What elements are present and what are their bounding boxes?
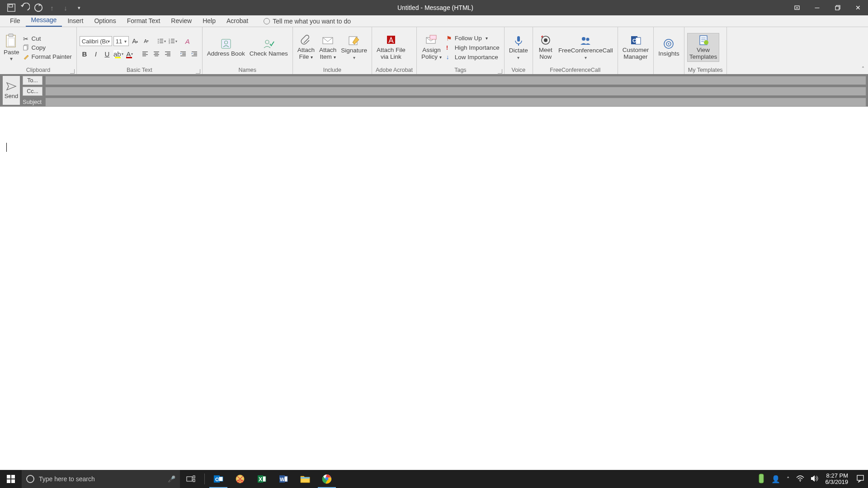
group-voice: Dictate ▾ Voice [505,27,533,74]
tab-file[interactable]: File [5,15,26,27]
microphone-icon[interactable]: 🎤 [168,475,175,483]
taskbar-search[interactable]: Type here to search 🎤 [22,470,180,488]
tab-acrobat[interactable]: Acrobat [221,15,254,27]
window-title: Untitled - Message (HTML) [84,4,787,11]
customer-manager-button[interactable]: C Customer Manager [621,33,651,61]
attach-file-button[interactable]: Attach File ▾ [296,33,316,61]
group-tags: Assign Policy ▾ ⚑Follow Up▾ !High Import… [417,27,505,74]
people-icon[interactable]: 👤 [771,475,780,483]
svg-rect-65 [11,475,15,479]
align-left-button[interactable] [140,49,150,59]
freeconferencecall-button[interactable]: FreeConferenceCall ▾ [557,34,615,61]
chevron-down-icon[interactable]: ▾ [353,55,355,60]
tab-message[interactable]: Message [26,14,62,27]
taskbar-clock[interactable]: 8:27 PM 6/3/2019 [825,473,850,486]
check-names-button[interactable]: Check Names [248,37,290,58]
meet-now-button[interactable]: Meet Now [536,33,556,61]
taskbar-app-excel[interactable]: X [251,470,273,488]
align-right-button[interactable] [163,49,173,59]
subject-field[interactable] [45,98,866,107]
decrease-indent-button[interactable] [178,49,188,59]
notifications-icon[interactable] [856,474,864,484]
message-body[interactable] [4,117,864,470]
dialog-launcher-icon[interactable] [70,69,75,74]
highlight-button[interactable]: ab [113,49,123,59]
group-adobe-acrobat: Attach File via Link Adobe Acrobat [372,27,417,74]
attach-item-button[interactable]: Attach Item ▾ [317,33,338,61]
bullets-button[interactable] [157,36,167,46]
paste-button[interactable]: Paste ▾ [3,33,20,63]
signature-button[interactable]: Signature ▾ [339,34,369,61]
clear-formatting-button[interactable]: A [183,36,193,46]
cut-button[interactable]: ✂Cut [21,34,74,43]
grow-font-button[interactable]: A▴ [130,36,140,46]
chevron-down-icon[interactable]: ▾ [517,55,519,60]
dictate-button[interactable]: Dictate ▾ [507,34,530,61]
svg-rect-26 [154,52,159,52]
tab-review[interactable]: Review [165,15,197,27]
tab-format-text[interactable]: Format Text [122,15,166,27]
taskbar-app-word[interactable]: W [273,470,294,488]
underline-button[interactable]: U [102,49,112,59]
dialog-launcher-icon[interactable] [196,69,200,74]
save-icon[interactable] [6,3,16,13]
tab-insert[interactable]: Insert [62,15,89,27]
numbering-button[interactable]: 123 [168,36,178,46]
cc-field[interactable] [45,87,866,96]
taskbar-app-outlook[interactable]: O [208,470,229,488]
to-field[interactable] [45,76,866,85]
tab-help[interactable]: Help [197,15,221,27]
address-book-button[interactable]: Address Book [205,37,247,58]
format-painter-button[interactable]: Format Painter [21,52,74,61]
view-templates-button[interactable]: View Templates [687,33,720,62]
font-name-combo[interactable]: Calibri (Boc▾ [80,36,112,46]
taskbar-app-explorer[interactable] [294,470,316,488]
italic-button[interactable]: I [91,49,101,59]
cc-button[interactable]: Cc... [23,87,42,96]
start-button[interactable] [0,475,22,483]
chevron-down-icon[interactable]: ▾ [585,55,587,60]
close-button[interactable]: ✕ [848,0,868,15]
copy-button[interactable]: Copy [21,43,74,52]
shrink-font-button[interactable]: A▾ [142,36,151,46]
tray-app-icon[interactable] [758,473,765,485]
font-size-combo[interactable]: 11▾ [113,36,129,46]
font-color-button[interactable]: A [125,49,135,59]
customize-qat-icon[interactable]: ▾ [74,3,84,13]
svg-rect-33 [167,56,170,56]
group-label: Voice [507,66,530,74]
dialog-launcher-icon[interactable] [498,69,502,74]
wifi-icon[interactable] [796,475,804,483]
chevron-down-icon[interactable]: ▾ [108,39,110,44]
minimize-button[interactable]: ─ [807,0,827,15]
collapse-ribbon-icon[interactable]: ˄ [862,66,864,72]
ribbon-display-icon[interactable] [787,0,807,15]
next-item-icon[interactable]: ↓ [61,3,71,13]
align-center-button[interactable] [151,49,161,59]
increase-indent-button[interactable] [189,49,199,59]
assign-policy-button[interactable]: Assign Policy ▾ [420,33,443,61]
to-button[interactable]: To... [23,76,42,85]
taskbar-app-chrome[interactable] [316,470,338,488]
tray-chevron-icon[interactable]: ˄ [787,476,790,483]
tell-me-search[interactable]: Tell me what you want to do [259,16,355,27]
low-importance-button[interactable]: ↓Low Importance [444,53,501,61]
follow-up-button[interactable]: ⚑Follow Up▾ [444,34,501,42]
volume-icon[interactable] [811,475,819,483]
chevron-down-icon[interactable]: ▾ [10,56,13,62]
maximize-button[interactable] [827,0,848,15]
bold-button[interactable]: B [80,49,90,59]
taskbar-app-snip[interactable] [229,470,251,488]
chevron-down-icon[interactable]: ▾ [124,39,127,44]
attach-file-via-link-button[interactable]: Attach File via Link [375,33,407,61]
svg-point-87 [800,481,801,482]
tab-options[interactable]: Options [89,15,121,27]
redo-icon[interactable] [33,3,43,13]
prev-item-icon[interactable]: ↑ [47,3,57,13]
send-button[interactable]: Send [3,76,20,105]
task-view-button[interactable] [180,470,202,488]
undo-icon[interactable] [20,3,30,13]
group-clipboard: Paste ▾ ✂Cut Copy Format Painter Clipboa… [0,27,77,74]
high-importance-button[interactable]: !High Importance [444,43,501,52]
insights-button[interactable]: Insights [656,37,681,58]
